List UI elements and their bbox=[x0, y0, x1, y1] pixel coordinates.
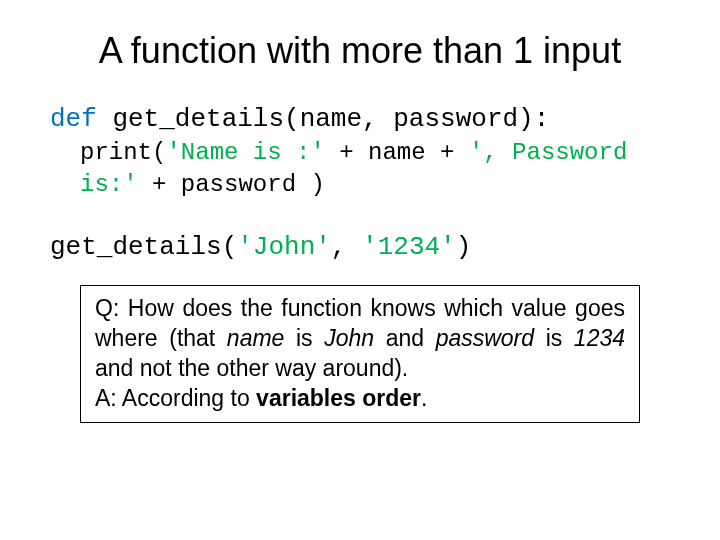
q-is-2: is bbox=[534, 325, 574, 351]
q-label: Q: bbox=[95, 295, 128, 321]
answer-line: A: According to variables order. bbox=[95, 384, 625, 414]
arg-1: 'John' bbox=[237, 232, 331, 262]
q-text-2: and not the other way around). bbox=[95, 355, 408, 381]
keyword-def: def bbox=[50, 104, 97, 134]
question-line: Q: How does the function knows which val… bbox=[95, 294, 625, 384]
arg-comma: , bbox=[331, 232, 362, 262]
code-block: def get_details(name, password): print('… bbox=[50, 102, 670, 265]
string-literal-1: 'Name is :' bbox=[166, 139, 324, 166]
a-text-1: According to bbox=[122, 385, 256, 411]
q-1234: 1234 bbox=[574, 325, 625, 351]
code-line-def: def get_details(name, password): bbox=[50, 102, 670, 137]
q-john: John bbox=[324, 325, 374, 351]
a-label: A: bbox=[95, 385, 122, 411]
arg-2: '1234' bbox=[362, 232, 456, 262]
code-line-call: get_details('John', '1234') bbox=[50, 230, 670, 265]
q-name: name bbox=[227, 325, 285, 351]
q-is-1: is bbox=[284, 325, 324, 351]
fn-signature: get_details(name, password): bbox=[97, 104, 549, 134]
code-line-print: print('Name is :' + name + ', Password i… bbox=[80, 137, 670, 202]
slide: A function with more than 1 input def ge… bbox=[0, 0, 720, 453]
call-prefix: get_details( bbox=[50, 232, 237, 262]
qa-box: Q: How does the function knows which val… bbox=[80, 285, 640, 423]
slide-title: A function with more than 1 input bbox=[50, 30, 670, 72]
blank-line bbox=[50, 202, 670, 230]
q-and: and bbox=[374, 325, 436, 351]
q-password: password bbox=[436, 325, 534, 351]
concat-2: + password ) bbox=[138, 171, 325, 198]
call-suffix: ) bbox=[456, 232, 472, 262]
print-call: print( bbox=[80, 139, 166, 166]
a-bold: variables order bbox=[256, 385, 421, 411]
a-text-2: . bbox=[421, 385, 427, 411]
concat-1: + name + bbox=[325, 139, 469, 166]
